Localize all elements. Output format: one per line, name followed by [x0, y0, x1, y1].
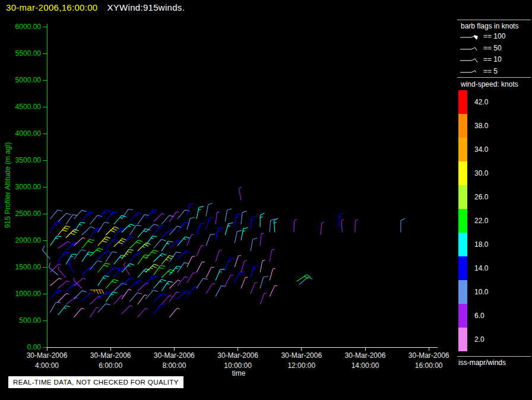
wind-barb [50, 278, 61, 286]
colorbar-title: wind-speed: knots [461, 80, 518, 88]
wind-barb [50, 302, 61, 312]
wind-barb [355, 220, 358, 233]
wind-barb [122, 249, 134, 259]
wind-barb [74, 308, 84, 317]
wind-barb [341, 219, 344, 232]
wind-barb [98, 304, 110, 313]
x-tick-time: 16:00:00 [415, 361, 443, 370]
wind-barb [50, 222, 61, 232]
wind-barb [106, 239, 118, 248]
wind-barb [50, 290, 62, 299]
wind-barb [98, 263, 110, 272]
wind-barb [82, 239, 94, 248]
wind-barb [235, 230, 242, 243]
wind-barb [241, 261, 247, 272]
wind-barb [251, 238, 257, 251]
wind-barb [74, 237, 86, 246]
wind-barb [260, 213, 264, 227]
barb-flag-label: == 5 [483, 67, 498, 75]
y-tick-label: 2000.00 [15, 236, 42, 245]
colorbar-label: 30.0 [474, 169, 488, 177]
wind-barb [321, 223, 324, 235]
wind-barb [260, 260, 265, 272]
barb-flags-legend-title: barb flags in knots [461, 22, 518, 30]
wind-barb [138, 255, 150, 264]
wind-barb [82, 252, 93, 262]
y-tick-label: 4500.00 [15, 103, 42, 111]
wind-barb [129, 293, 142, 301]
wind-barb [169, 266, 182, 275]
y-tick-label: 1000.00 [15, 290, 42, 298]
colorbar-swatch [458, 304, 467, 328]
wind-barb [216, 212, 219, 224]
wind-barb [74, 223, 86, 233]
wind-barb [114, 283, 127, 291]
y-tick-label: 6000.00 [15, 23, 42, 31]
colorbar-swatch [458, 114, 467, 138]
x-tick-date: 30-Mar-2006 [27, 351, 68, 360]
wind-barb [197, 207, 204, 219]
wind-barb [235, 214, 240, 227]
x-tick-date: 30-Mar-2006 [281, 351, 322, 360]
wind-barb [66, 254, 77, 264]
wind-barb [106, 292, 117, 301]
wind-barb [225, 259, 234, 270]
x-tick-date: 30-Mar-2006 [154, 351, 195, 360]
colorbar-label: 26.0 [474, 193, 488, 201]
barb-flag-label: == 50 [483, 44, 502, 52]
wind-barb [169, 292, 179, 301]
colorbar-swatch [458, 280, 467, 304]
wind-barb [251, 282, 258, 294]
x-tick-date: 30-Mar-2006 [345, 351, 386, 360]
barb-flag-row: == 50 [460, 43, 502, 53]
wind-barb [187, 234, 194, 246]
barb-flag-label: == 10 [483, 55, 502, 64]
barb-flag-icon [460, 55, 480, 64]
wind-barb [58, 252, 69, 262]
wind-barb [122, 237, 134, 246]
wind-barb [401, 218, 405, 232]
colorbar-swatch [458, 328, 467, 351]
wind-barb [129, 280, 142, 288]
wind-barb [294, 220, 297, 233]
wind-barb [50, 236, 61, 246]
barb-flag-icon [460, 31, 480, 41]
wind-barb [162, 230, 175, 238]
wind-barb [98, 292, 112, 299]
wind-barb [58, 266, 66, 278]
wind-barb [82, 227, 95, 235]
colorbar-swatch [458, 233, 467, 256]
colorbar-swatch [458, 161, 467, 185]
y-tick-label: 1500.00 [15, 263, 42, 271]
wind-barb [241, 227, 248, 240]
y-tick-label: 500.00 [19, 316, 41, 325]
y-axis: 0.00500.001000.001500.002000.002500.0030… [4, 23, 47, 351]
x-tick-date: 30-Mar-2006 [90, 351, 131, 360]
wind-barb [58, 281, 69, 288]
wind-barb [145, 210, 158, 219]
colorbar-label: 10.0 [474, 288, 488, 296]
y-tick-label: 4000.00 [15, 129, 42, 138]
wind-barb [235, 255, 241, 267]
wind-barb [162, 215, 174, 224]
wind-barb [90, 261, 102, 269]
wind-barb [225, 275, 233, 286]
wind-barb [274, 218, 278, 233]
quality-banner: REAL-TIME DATA, NOT CHECKED FOR QUALITY [8, 376, 183, 388]
wind-barb [50, 210, 62, 219]
wind-barb [145, 276, 157, 286]
colorbar-label: 14.0 [474, 264, 488, 272]
wind-barb [82, 267, 95, 275]
wind-barb [129, 240, 142, 249]
wind-barb [114, 215, 126, 224]
wind-barb [187, 273, 196, 283]
wind-barb [260, 233, 264, 246]
wind-profiler-app: { "header": { "timestamp": "30-mar-2006,… [0, 0, 532, 400]
wind-barb [251, 266, 258, 278]
wind-barb [66, 229, 79, 237]
wind-barb [241, 277, 248, 288]
wind-barb [178, 251, 191, 259]
wind-barb [122, 306, 132, 314]
x-tick-time: 4:00:00 [35, 361, 59, 370]
x-tick-date: 30-Mar-2006 [217, 351, 258, 360]
